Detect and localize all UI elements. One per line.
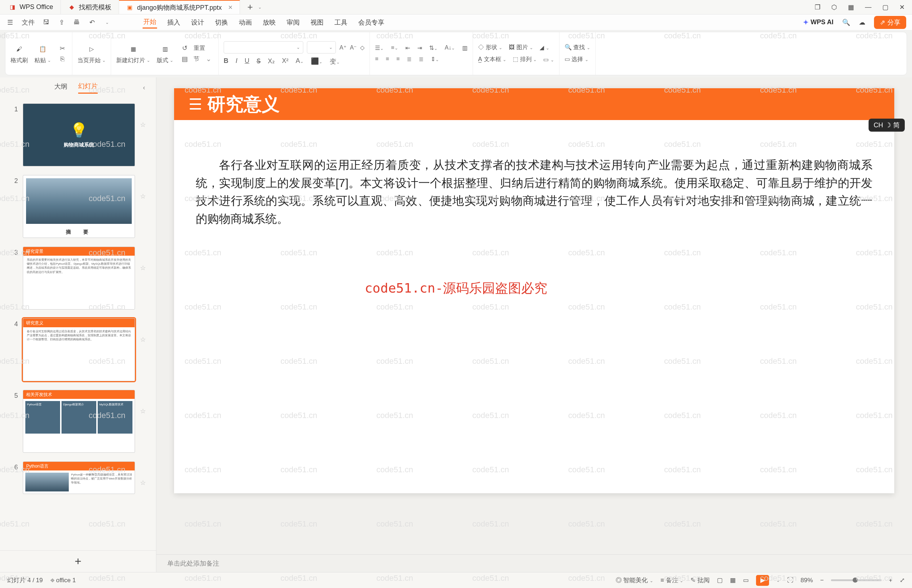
notes-placeholder[interactable]: 单击此处添加备注 — [156, 554, 912, 572]
increase-font-icon[interactable]: A⁺ — [339, 44, 346, 51]
cut-icon[interactable]: ✂ — [58, 44, 67, 52]
slide-counter[interactable]: 幻灯片 4 / 19 — [7, 576, 43, 585]
menu-view[interactable]: 视图 — [310, 17, 324, 28]
star-icon[interactable]: ☆ — [140, 247, 147, 272]
bullet-list-button[interactable]: ☰⌄ — [375, 44, 384, 51]
thumbnail-list[interactable]: 1 💡 购物商城系统 ☆ 2 摘 要 ☆ — [0, 98, 156, 551]
line-space-button[interactable]: ⇅⌄ — [429, 44, 437, 51]
slideshow-caret[interactable]: ⌄ — [776, 578, 780, 583]
menu-icon[interactable]: ☰ — [6, 18, 15, 27]
normal-view-icon[interactable]: ▢ — [717, 577, 723, 584]
zoom-out-button[interactable]: − — [820, 577, 824, 584]
clear-format-icon[interactable]: ◇ — [360, 44, 364, 51]
text-dir-button[interactable]: A↓⌄ — [445, 44, 455, 51]
review-button[interactable]: ✎ 批阅 — [690, 576, 710, 585]
align-left-button[interactable]: ≡ — [375, 56, 378, 63]
close-window-button[interactable]: ✕ — [899, 3, 905, 11]
slide-thumb-6[interactable]: Python语言 Python是一种解释型高级编程语言，具有简洁清晰的语法特点，… — [23, 462, 135, 494]
star-icon[interactable]: ☆ — [140, 462, 147, 487]
number-list-button[interactable]: ≡⌄ — [391, 44, 398, 51]
superscript-button[interactable]: X² — [282, 57, 288, 66]
expand-icon[interactable]: ⤢ — [900, 577, 905, 584]
window-mode-icon[interactable]: ❐ — [815, 3, 820, 11]
font-size-select[interactable]: ⌄ — [307, 41, 336, 53]
file-menu[interactable]: 文件 — [21, 17, 36, 28]
maximize-button[interactable]: ▢ — [882, 3, 888, 11]
export-icon[interactable]: ⇪ — [57, 18, 66, 27]
layout-button[interactable]: ▥ 版式⌄ — [157, 43, 173, 65]
cloud-icon[interactable]: ☁ — [859, 18, 865, 26]
slide-thumb-2[interactable]: 摘 要 — [23, 175, 135, 238]
copy-icon[interactable]: ⎘ — [58, 55, 67, 63]
subscript-button[interactable]: X₂ — [268, 57, 275, 66]
new-slide-button[interactable]: ▦ 新建幻灯片⌄ — [116, 43, 150, 65]
menu-tool[interactable]: 工具 — [334, 17, 348, 28]
reset-button[interactable]: ↺重置 — [180, 44, 213, 52]
slide-scroll[interactable]: ☰ 研究意义 各行各业对互联网的运用正经历着质变，从技术支撑者的技术建构与技术运… — [156, 78, 912, 554]
align-right-button[interactable]: ≡ — [396, 56, 400, 63]
close-tab-icon[interactable]: × — [225, 3, 233, 11]
tab-document[interactable]: ▣ django购物商城系统PPT.pptx × — [119, 0, 240, 14]
menu-start[interactable]: 开始 — [143, 16, 157, 29]
font-color-button[interactable]: A⌄ — [296, 57, 304, 66]
find-button[interactable]: 🔍 查找 ⌄ — [565, 44, 590, 51]
text-effect-button[interactable]: 变⌄ — [330, 57, 340, 66]
shape-button[interactable]: ◇ 形状 ⌄ — [478, 44, 502, 51]
user-avatar-icon[interactable]: ▦ — [848, 3, 854, 11]
strike-button[interactable]: S̶ — [257, 57, 261, 66]
indent-inc-button[interactable]: ⇥ — [417, 44, 422, 51]
print-icon[interactable]: 🖶 — [72, 18, 81, 27]
tab-slides[interactable]: 幻灯片 — [78, 82, 98, 94]
zoom-slider[interactable] — [831, 579, 881, 581]
slide-editor[interactable]: ☰ 研究意义 各行各业对互联网的运用正经历着质变，从技术支撑者的技术建构与技术运… — [174, 88, 894, 493]
vertical-align-button[interactable]: ⇕⌄ — [431, 56, 439, 63]
collapse-panel-icon[interactable]: ‹ — [143, 84, 145, 92]
select-button[interactable]: ▭ 选择 ⌄ — [565, 56, 588, 63]
align-center-button[interactable]: ≡ — [386, 56, 389, 63]
section-button[interactable]: ▤节⌄ — [180, 55, 213, 63]
align-dist-button[interactable]: ≣ — [419, 56, 423, 63]
style-button[interactable]: ◢ ⌄ — [539, 44, 549, 51]
tab-menu-caret[interactable]: ⌄ — [258, 5, 262, 10]
font-family-select[interactable]: ⌄ — [224, 41, 303, 53]
zoom-in-button[interactable]: + — [889, 577, 893, 584]
underline-button[interactable]: U — [245, 57, 249, 66]
reading-view-icon[interactable]: ▭ — [743, 577, 749, 584]
zoom-value[interactable]: 89% — [800, 577, 813, 584]
menu-transition[interactable]: 切换 — [214, 17, 229, 28]
indent-dec-button[interactable]: ⇤ — [405, 44, 410, 51]
sorter-view-icon[interactable]: ▦ — [730, 577, 736, 584]
slide-thumb-5[interactable]: 相关开发技术 Python语言 Django框架简介 MySQL数据库技术 — [23, 390, 135, 453]
undo-icon[interactable]: ↶ — [87, 18, 96, 27]
add-tab-button[interactable]: + — [247, 2, 253, 13]
office-indicator[interactable]: ⎆ office 1 — [51, 577, 76, 584]
save-icon[interactable]: 🖫 — [42, 18, 51, 27]
highlight-button[interactable]: ⬛⌄ — [311, 57, 322, 66]
cube-icon[interactable]: ⬡ — [831, 3, 837, 11]
star-icon[interactable]: ☆ — [140, 390, 147, 415]
menu-review[interactable]: 审阅 — [286, 17, 300, 28]
arrange-button[interactable]: ⬚ 排列 ⌄ — [513, 56, 537, 63]
menu-insert[interactable]: 插入 — [167, 17, 181, 28]
ime-indicator[interactable]: CH ☽ 简 — [868, 119, 905, 132]
beautify-button[interactable]: ◎ 智能美化 ⌄ — [616, 576, 653, 585]
italic-button[interactable]: I — [236, 57, 237, 66]
wps-ai-button[interactable]: ✦ WPS AI — [803, 18, 833, 26]
slide-thumb-1[interactable]: 💡 购物商城系统 — [23, 103, 135, 166]
fill-button[interactable]: ▭ ⌄ — [543, 56, 554, 63]
share-button[interactable]: ⇗ 分享 — [874, 16, 906, 29]
menu-play[interactable]: 放映 — [262, 17, 277, 28]
columns-button[interactable]: ▥ — [462, 44, 468, 51]
play-current-button[interactable]: ▷ 当页开始⌄ — [78, 43, 106, 65]
menu-design[interactable]: 设计 — [190, 17, 205, 28]
align-justify-button[interactable]: ≣ — [407, 56, 411, 63]
qa-caret[interactable]: ⌄ — [103, 18, 112, 27]
star-icon[interactable]: ☆ — [140, 318, 147, 344]
bold-button[interactable]: B — [224, 57, 228, 66]
decrease-font-icon[interactable]: A⁻ — [350, 44, 357, 51]
tab-outline[interactable]: 大纲 — [54, 82, 67, 93]
star-icon[interactable]: ☆ — [140, 103, 147, 129]
format-brush-button[interactable]: 🖌 格式刷 — [10, 43, 28, 65]
menu-anim[interactable]: 动画 — [238, 17, 253, 28]
fit-icon[interactable]: ⛶ — [787, 577, 793, 584]
